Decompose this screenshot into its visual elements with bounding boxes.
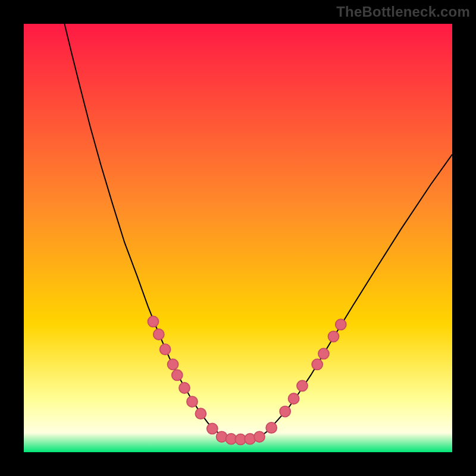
bottleneck-chart [24, 24, 452, 452]
marker-right-1 [280, 406, 290, 417]
marker-right-7 [336, 319, 346, 330]
marker-right-5 [318, 348, 329, 359]
marker-right-6 [328, 331, 339, 342]
app-frame: TheBottleneck.com [0, 0, 476, 476]
marker-left-8 [207, 423, 218, 434]
marker-left-1 [154, 329, 164, 340]
watermark-label: TheBottleneck.com [336, 4, 470, 20]
marker-right-0 [266, 422, 277, 433]
gradient-background [24, 24, 452, 452]
marker-left-0 [148, 316, 158, 327]
marker-left-4 [172, 369, 183, 380]
marker-right-3 [297, 380, 308, 391]
marker-bottom-0 [217, 431, 227, 442]
marker-left-5 [179, 383, 190, 393]
marker-bottom-4 [254, 431, 265, 442]
plot-area [24, 24, 452, 452]
marker-left-7 [195, 408, 206, 419]
marker-left-6 [187, 396, 198, 407]
marker-left-2 [160, 344, 171, 355]
marker-left-3 [168, 359, 178, 369]
marker-bottom-3 [245, 434, 255, 444]
marker-right-4 [312, 359, 322, 369]
marker-right-2 [289, 393, 299, 404]
